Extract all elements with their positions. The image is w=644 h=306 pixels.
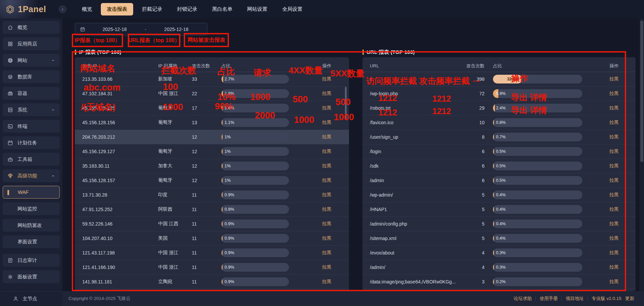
date-end-value[interactable]: 2025-12-18 [150, 27, 202, 32]
blacklist-action[interactable]: 拉黑 [609, 250, 619, 255]
blacklist-action[interactable]: 拉黑 [322, 91, 331, 96]
blacklist-action[interactable]: 拉黑 [322, 177, 331, 183]
cell-url: /robots.txt [370, 105, 464, 111]
blacklist-action[interactable]: 拉黑 [322, 76, 331, 81]
sidebar-collapse-button[interactable]: ‹ [59, 5, 66, 13]
cell-ip: 121.41.166.190 [82, 265, 158, 270]
cell-location: 葡萄牙 [158, 105, 192, 111]
blacklist-action[interactable]: 拉黑 [609, 120, 619, 125]
sidebar-item-概览[interactable]: 概览 [3, 21, 60, 34]
footer-link-使用手册[interactable]: 使用手册 [536, 296, 561, 302]
cell-location: 新加坡 [158, 76, 192, 82]
footer-link-专业版 v2.0.15[interactable]: 专业版 v2.0.15 [588, 296, 625, 302]
blacklist-action[interactable]: 拉黑 [322, 250, 331, 255]
ip-report-card: 攻击 IPIP 归属地攻击次数占比操作213.35.103.66新加坡332.7… [75, 57, 349, 291]
sidebar-item-容器[interactable]: 容器 [3, 87, 60, 100]
blacklist-action[interactable]: 拉黑 [609, 235, 619, 241]
cell-percent: 1% [222, 133, 289, 141]
table-row: 47.102.184.31中国 浙江221.8%拉黑 [75, 87, 349, 101]
sidebar-item-终端[interactable]: 终端 [3, 120, 60, 133]
footer-link-更新[interactable]: 更新 [625, 296, 638, 302]
blacklist-action[interactable]: 拉黑 [609, 206, 619, 212]
cell-count: 11 [192, 279, 222, 284]
cell-action: 拉黑 [289, 105, 331, 111]
sidebar-item-日志审计[interactable]: 日志审计 [3, 254, 60, 267]
tab-攻击报表[interactable]: 攻击报表 [101, 3, 133, 15]
blacklist-action[interactable]: 拉黑 [322, 264, 331, 270]
tab-封锁记录[interactable]: 封锁记录 [171, 3, 203, 15]
table-row: /admin/40.3%拉黑 [362, 260, 636, 275]
column-header-占比: 占比 [485, 63, 582, 69]
cell-count: 33 [192, 76, 222, 82]
sidebar-item-网站防篡改[interactable]: 网站防篡改 [3, 219, 60, 232]
footer-link-论坛求助[interactable]: 论坛求助 [510, 296, 535, 302]
sidebar-item-数据库[interactable]: 数据库 [3, 70, 60, 83]
sidebar-item-面板设置[interactable]: 面板设置 [3, 270, 60, 283]
percent-bar: 0.9% [222, 263, 289, 272]
tab-拦截记录[interactable]: 拦截记录 [136, 3, 168, 15]
percent-bar-fill [493, 133, 494, 141]
blacklist-action[interactable]: 拉黑 [609, 279, 619, 284]
blacklist-action[interactable]: 拉黑 [609, 76, 619, 81]
sidebar-item-WAF[interactable]: WAF [3, 186, 60, 199]
percent-bar: 0.4% [493, 205, 582, 214]
blacklist-action[interactable]: 拉黑 [322, 105, 331, 110]
percent-bar: 0.9% [222, 234, 289, 243]
blacklist-action[interactable]: 拉黑 [322, 279, 331, 284]
blacklist-action[interactable]: 拉黑 [322, 206, 331, 212]
footer-links: 论坛求助使用手册项目地址专业版 v2.0.15更新 [510, 296, 638, 302]
cell-count: 4 [464, 265, 485, 270]
sidebar-item-高级功能[interactable]: 高级功能 [3, 169, 60, 182]
blacklist-action[interactable]: 拉黑 [609, 148, 619, 154]
percent-bar-fill [493, 205, 494, 214]
blacklist-action[interactable]: 拉黑 [322, 221, 331, 226]
sidebar-item-label: 面板设置 [18, 274, 37, 280]
blacklist-action[interactable]: 拉黑 [609, 91, 619, 96]
footer-link-项目地址[interactable]: 项目地址 [562, 296, 587, 302]
sidebar-item-计划任务[interactable]: 计划任务 [3, 136, 60, 149]
blacklist-action[interactable]: 拉黑 [322, 192, 331, 197]
sidebar-item-master-node[interactable]: 主节点 [0, 291, 62, 306]
page-scrollbar-thumb[interactable] [640, 21, 643, 162]
sidebar-item-系统[interactable]: 系统 [3, 103, 60, 116]
blacklist-action[interactable]: 拉黑 [609, 163, 619, 168]
sidebar-item-工具箱[interactable]: 工具箱 [3, 153, 60, 166]
sidebar-item-应用商店[interactable]: 应用商店 [3, 37, 60, 50]
blacklist-action[interactable]: 拉黑 [322, 120, 331, 125]
tab-全局设置[interactable]: 全局设置 [276, 3, 309, 15]
column-header-攻击次数: 攻击次数 [192, 63, 222, 69]
cell-url: /login [370, 149, 464, 154]
table-row: /sitemap.xml50.4%拉黑 [362, 231, 636, 246]
sidebar-item-label: WAF [18, 190, 29, 195]
percent-bar: 1% [222, 147, 289, 156]
blacklist-action[interactable]: 拉黑 [609, 105, 619, 110]
table-row: /HNAP150.4%拉黑 [362, 202, 636, 217]
page-scrollbar[interactable] [640, 19, 644, 291]
percent-bar-fill [222, 133, 223, 141]
blacklist-action[interactable]: 拉黑 [609, 221, 619, 226]
date-start-value[interactable]: 2025-12-18 [89, 27, 141, 32]
blacklist-action[interactable]: 拉黑 [609, 134, 619, 139]
sidebar-item-网站监控[interactable]: 网站监控 [3, 202, 60, 215]
blacklist-action[interactable]: 拉黑 [609, 192, 619, 197]
tab-概览[interactable]: 概览 [76, 3, 98, 15]
brand[interactable]: 1Panel [0, 0, 62, 19]
sidebar-item-网站[interactable]: 网站 [3, 54, 60, 67]
column-header-URL: URL [370, 63, 464, 68]
blacklist-action[interactable]: 拉黑 [609, 177, 619, 183]
tab-黑白名单[interactable]: 黑白名单 [206, 3, 238, 15]
blacklist-action[interactable]: 拉黑 [322, 235, 331, 241]
blacklist-action[interactable]: 拉黑 [322, 163, 331, 168]
blacklist-action[interactable]: 拉黑 [322, 148, 331, 154]
sidebar-item-label: 系统 [18, 107, 27, 113]
sidebar: 概览应用商店网站数据库容器系统终端计划任务工具箱高级功能WAF网站监控网站防篡改… [0, 19, 62, 306]
tab-网站设置[interactable]: 网站设置 [241, 3, 273, 15]
date-range-picker[interactable]: 2025-12-18 - 2025-12-18 [75, 23, 207, 35]
sidebar-item-界面设置[interactable]: 界面设置 [3, 235, 60, 248]
cell-percent: 1% [222, 147, 289, 156]
blacklist-action[interactable]: 拉黑 [322, 134, 331, 139]
cell-count: 4 [464, 250, 485, 256]
cell-action: 拉黑 [289, 221, 331, 227]
blacklist-action[interactable]: 拉黑 [609, 264, 619, 270]
ip-table-scrollbar[interactable] [345, 87, 347, 120]
